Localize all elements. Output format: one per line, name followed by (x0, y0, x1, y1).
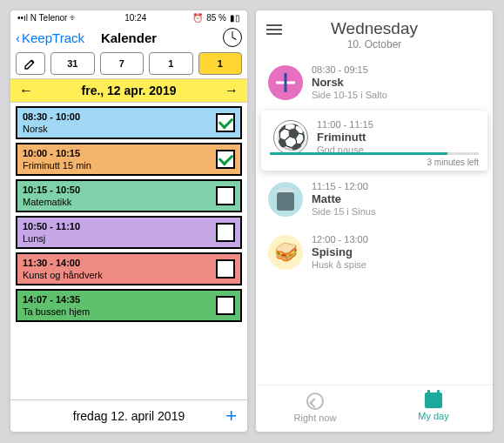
food-icon (268, 235, 303, 270)
agenda-title: Friminutt (317, 131, 373, 144)
event-row[interactable]: 10:50 - 11:10Lunsj (16, 216, 242, 249)
tab-label: Right now (294, 413, 337, 423)
clock-icon[interactable] (223, 28, 242, 47)
header: Wednesday 10. October (256, 10, 493, 56)
agenda-time: 12:00 - 13:00 (312, 234, 368, 245)
status-bar: ••ıl N Telenor ᯤ 10:24 ⏰ 85 % ▮▯ (10, 10, 247, 25)
event-time: 08:30 - 10:00 (23, 111, 80, 122)
phone-keeptrack: ••ıl N Telenor ᯤ 10:24 ⏰ 85 % ▮▯ ‹ KeepT… (10, 10, 247, 432)
tab-day-b[interactable]: 1 (198, 52, 243, 75)
event-row[interactable]: 10:00 - 10:15Friminutt 15 min (16, 143, 242, 176)
agenda-time: 11:15 - 12:00 (312, 181, 375, 191)
event-checkbox[interactable] (216, 296, 235, 315)
event-checkbox[interactable] (216, 150, 235, 169)
carrier-label: ••ıl N Telenor ᯤ (17, 13, 78, 23)
tab-right-now[interactable]: Right now (256, 386, 374, 432)
tab-my-day[interactable]: My day (374, 386, 493, 432)
nav-bar: ‹ KeepTrack Kalender (10, 25, 247, 52)
event-title: Matematikk (23, 197, 80, 207)
clock-history-icon (306, 393, 324, 410)
event-row[interactable]: 14:07 - 14:35Ta bussen hjem (16, 289, 242, 322)
event-title: Friminutt 15 min (23, 160, 91, 171)
agenda-detail: Husk å spise (312, 259, 368, 270)
agenda-title: Matte (312, 192, 375, 205)
event-title: Kunst og håndverk (23, 270, 103, 280)
calendar-icon (425, 393, 442, 408)
event-row[interactable]: 10:15 - 10:50Matematikk (16, 179, 242, 212)
tab-label: My day (418, 411, 448, 421)
calculator-icon (268, 182, 303, 217)
view-tabs: 31 7 1 1 (10, 52, 247, 78)
agenda-item[interactable]: 12:00 - 13:00 Spising Husk å spise (256, 225, 493, 279)
agenda-title: Spising (312, 245, 368, 258)
time-remaining: 3 minutes left (427, 158, 479, 167)
event-checkbox[interactable] (216, 259, 235, 279)
bottom-tabs: Right now My day (256, 385, 493, 432)
event-time: 14:07 - 14:35 (23, 294, 90, 305)
event-time: 10:50 - 11:10 (23, 221, 80, 232)
agenda-item[interactable]: 11:15 - 12:00 Matte Side 15 i Sinus (256, 172, 493, 225)
event-checkbox[interactable] (216, 223, 235, 242)
event-title: Lunsj (23, 233, 80, 244)
agenda-time: 08:30 - 09:15 (312, 64, 387, 75)
date-label: fre., 12 apr. 2019 (82, 84, 177, 97)
date-bar: ← fre., 12 apr. 2019 → (10, 78, 247, 103)
menu-button[interactable] (266, 24, 282, 35)
phone-dayview: Wednesday 10. October 08:30 - 09:15 Nors… (256, 10, 493, 432)
day-title: Wednesday (282, 19, 467, 38)
event-time: 10:00 - 10:15 (23, 148, 91, 158)
event-checkbox[interactable] (216, 186, 235, 205)
agenda-item[interactable]: 08:30 - 09:15 Norsk Side 10-15 i Salto (256, 56, 493, 109)
edit-button[interactable] (16, 52, 45, 75)
event-title: Ta bussen hjem (23, 306, 90, 317)
agenda-detail: Side 10-15 i Salto (312, 90, 387, 100)
event-row[interactable]: 08:30 - 10:00Norsk (16, 106, 242, 139)
pencil-icon (24, 57, 37, 70)
tab-month[interactable]: 31 (50, 52, 95, 75)
status-time: 10:24 (124, 13, 146, 23)
event-title: Norsk (23, 124, 80, 134)
add-button[interactable]: + (225, 405, 237, 427)
battery-icon: ▮▯ (230, 13, 240, 23)
battery-label: 85 % (206, 13, 226, 23)
day-subtitle: 10. October (282, 38, 467, 50)
agenda-title: Norsk (312, 76, 387, 89)
event-list: 08:30 - 10:00Norsk 10:00 - 10:15Friminut… (10, 103, 247, 326)
agenda-item-active[interactable]: 11:00 - 11:15 Friminutt God pause 3 minu… (261, 111, 487, 171)
event-checkbox[interactable] (216, 113, 235, 132)
event-row[interactable]: 11:30 - 14:00Kunst og håndverk (16, 252, 242, 285)
prev-day-button[interactable]: ← (19, 83, 33, 98)
footer-date: fredag 12. april 2019 (73, 409, 185, 423)
footer-bar: fredag 12. april 2019 + (10, 399, 247, 432)
agenda-time: 11:00 - 11:15 (317, 119, 373, 130)
event-time: 10:15 - 10:50 (23, 185, 80, 195)
soccer-icon (273, 120, 308, 155)
agenda-list: 08:30 - 09:15 Norsk Side 10-15 i Salto 1… (256, 56, 493, 279)
alarm-icon: ⏰ (192, 13, 203, 23)
agenda-detail: Side 15 i Sinus (312, 206, 375, 217)
event-time: 11:30 - 14:00 (23, 258, 103, 268)
progress-bar (270, 152, 479, 155)
norsk-icon (268, 65, 303, 100)
next-day-button[interactable]: → (225, 83, 239, 98)
tab-day-a[interactable]: 1 (149, 52, 193, 75)
tab-week[interactable]: 7 (100, 52, 144, 75)
page-title: Kalender (10, 30, 247, 45)
